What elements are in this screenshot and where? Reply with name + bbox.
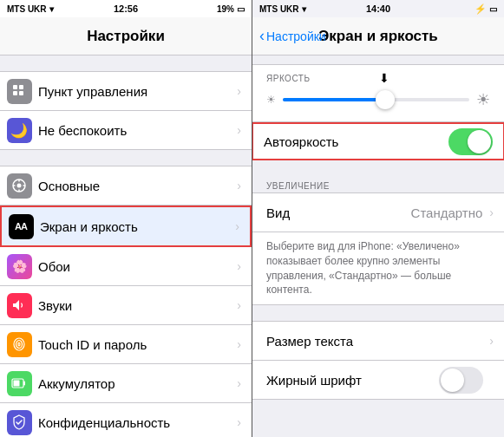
sun-small-icon: ☀ <box>266 94 276 106</box>
cell-icon-display: AA <box>2 207 40 245</box>
label-dnd: Не беспокоить <box>38 123 233 138</box>
status-left-right: MTS UKR ▾ <box>259 4 306 14</box>
label-bold-text: Жирный шрифт <box>266 373 439 388</box>
auto-brightness-toggle[interactable] <box>448 128 493 155</box>
section-2: Основные › AA Экран и яркость › 🌸 <box>0 166 252 437</box>
cell-wallpaper[interactable]: 🌸 Обои › <box>0 247 252 286</box>
cell-content-dnd: Не беспокоить <box>38 111 233 149</box>
chevron-battery: › <box>237 376 241 390</box>
label-general: Основные <box>38 179 233 193</box>
cell-content-control-center: Пункт управления <box>38 72 233 110</box>
status-bar-left: MTS UKR ▾ 12:56 19% ▭ <box>0 0 252 17</box>
icon-touchid <box>7 332 32 357</box>
status-right-right: ⚡ ▭ <box>475 3 497 15</box>
brightness-section: ЯРКОСТЬ ☀ ⬇ ☀ <box>252 64 504 122</box>
cell-battery[interactable]: Аккумулятор › <box>0 364 252 403</box>
icon-control-center <box>7 79 32 104</box>
battery-icon-right: ▭ <box>489 4 497 14</box>
zoom-header: УВЕЛИЧЕНИЕ <box>252 176 504 192</box>
svg-rect-1 <box>19 85 23 89</box>
sep-zoom <box>252 160 504 176</box>
slider-arrow-icon: ⬇ <box>379 71 389 85</box>
cell-icon-wallpaper: 🌸 <box>0 247 38 285</box>
left-phone: MTS UKR ▾ 12:56 19% ▭ Настройки <box>0 0 252 437</box>
cell-text-size[interactable]: Размер текста › <box>252 321 504 361</box>
sep1 <box>0 55 252 71</box>
bold-text-toggle[interactable] <box>439 367 483 394</box>
auto-brightness-cell[interactable]: Автояркость <box>252 122 504 160</box>
cell-bold-text[interactable]: Жирный шрифт <box>252 361 504 400</box>
cell-zoom-view[interactable]: Вид Стандартно › <box>252 192 504 232</box>
cell-control-center[interactable]: Пункт управления › <box>0 71 252 111</box>
carrier-right: MTS UKR <box>259 4 299 14</box>
cell-content-view: Вид <box>252 193 411 232</box>
right-scroll[interactable]: ЯРКОСТЬ ☀ ⬇ ☀ Автояркость УВЕЛИЧЕНИЕ <box>252 55 504 437</box>
bluetooth-icon: ⚡ <box>475 3 487 15</box>
cell-icon-control-center <box>0 72 38 110</box>
status-bar-right: MTS UKR ▾ 14:40 ⚡ ▭ <box>252 0 504 17</box>
label-sounds: Звуки <box>38 298 233 313</box>
cell-content-privacy: Конфиденциальность <box>38 403 233 437</box>
icon-wallpaper: 🌸 <box>7 254 32 279</box>
wifi-icon-right: ▾ <box>302 4 306 14</box>
cell-icon-sounds <box>0 286 38 324</box>
svg-rect-3 <box>19 91 23 95</box>
icon-sounds <box>7 293 32 318</box>
chevron-general: › <box>237 179 241 192</box>
label-control-center: Пункт управления <box>38 84 233 99</box>
cell-general[interactable]: Основные › <box>0 166 252 205</box>
icon-privacy <box>7 410 32 435</box>
cell-privacy[interactable]: Конфиденциальность › <box>0 403 252 437</box>
svg-rect-0 <box>13 85 17 89</box>
icon-general <box>7 173 32 199</box>
chevron-privacy: › <box>237 415 241 429</box>
cell-icon-privacy <box>0 403 38 437</box>
chevron-dnd: › <box>237 123 241 137</box>
cell-icon-battery <box>0 364 38 402</box>
icon-battery <box>7 371 32 396</box>
carrier-left: MTS UKR <box>7 4 47 14</box>
cell-icon-dnd: 🌙 <box>0 111 38 149</box>
label-battery: Аккумулятор <box>38 376 233 391</box>
cell-sounds[interactable]: Звуки › <box>0 286 252 325</box>
bold-toggle-knob <box>441 369 464 392</box>
cell-content-touchid: Touch ID и пароль <box>38 325 233 363</box>
nav-back-right[interactable]: ‹ Настройки <box>259 27 326 45</box>
cell-content-general: Основные <box>38 166 233 205</box>
slider-thumb[interactable]: ⬇ <box>376 90 395 109</box>
svg-point-12 <box>18 342 20 346</box>
nav-bar-left: Настройки <box>0 17 252 55</box>
top-spacer <box>252 55 504 64</box>
settings-scroll-left[interactable]: Пункт управления › 🌙 Не беспокоить › <box>0 55 252 437</box>
chevron-view: › <box>489 205 494 219</box>
bottom-spacer <box>252 400 504 426</box>
cell-touchid[interactable]: Touch ID и пароль › <box>0 325 252 364</box>
back-chevron: ‹ <box>259 27 265 45</box>
auto-brightness-label: Автояркость <box>264 134 448 149</box>
nav-bar-right: ‹ Настройки Экран и яркость <box>252 17 504 55</box>
label-touchid: Touch ID и пароль <box>38 337 233 352</box>
cell-do-not-disturb[interactable]: 🌙 Не беспокоить › <box>0 111 252 150</box>
right-phone: MTS UKR ▾ 14:40 ⚡ ▭ ‹ Настройки Экран и … <box>252 0 504 437</box>
nav-title-left: Настройки <box>87 28 165 45</box>
chevron-text-size: › <box>489 334 494 348</box>
chevron-wallpaper: › <box>237 259 241 273</box>
cell-content-text-size: Размер текста <box>252 322 486 360</box>
brightness-slider[interactable]: ⬇ <box>283 98 469 101</box>
section-1: Пункт управления › 🌙 Не беспокоить › <box>0 71 252 150</box>
time-left: 12:56 <box>114 3 138 14</box>
battery-pct-left: 19% <box>217 4 234 14</box>
zoom-description: Выберите вид для iPhone: «Увеличено» пок… <box>252 232 504 305</box>
battery-icon-left: ▭ <box>237 4 245 14</box>
label-privacy: Конфиденциальность <box>38 415 233 430</box>
back-label: Настройки <box>266 29 326 43</box>
icon-dnd: 🌙 <box>7 118 32 143</box>
status-left: MTS UKR ▾ <box>7 4 54 14</box>
label-view: Вид <box>266 205 411 220</box>
brightness-row: ☀ ⬇ ☀ <box>266 90 490 109</box>
svg-point-11 <box>16 341 23 349</box>
svg-point-5 <box>17 184 22 188</box>
time-right: 14:40 <box>366 3 390 14</box>
cell-display[interactable]: AA Экран и яркость › <box>0 205 252 247</box>
cell-content-sounds: Звуки <box>38 286 233 324</box>
